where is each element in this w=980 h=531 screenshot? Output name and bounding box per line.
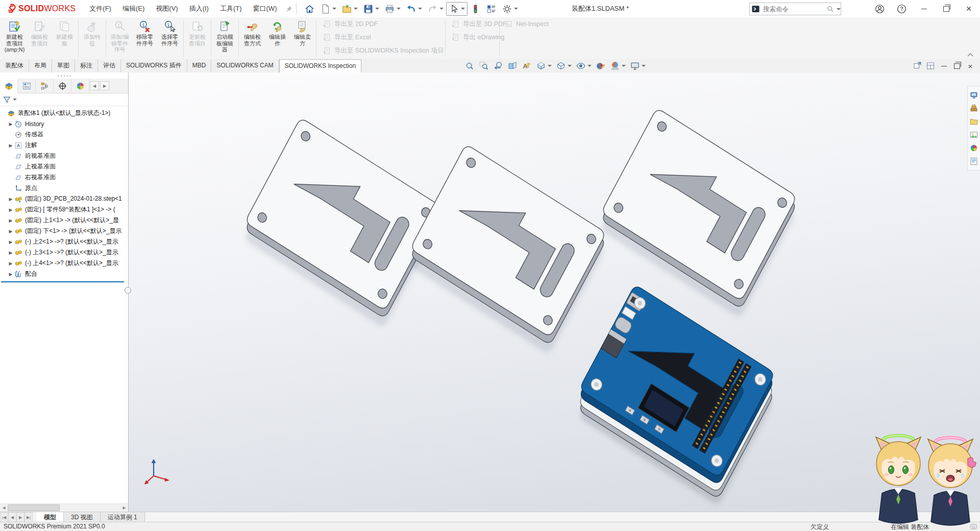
tree-item[interactable]: ▶A注解: [0, 140, 128, 151]
panel-splitter-handle[interactable]: [125, 287, 131, 294]
tab-solidworks-cam[interactable]: SOLIDWORKS CAM: [211, 59, 279, 73]
select-cursor-caret[interactable]: [461, 8, 465, 10]
options-gear-caret[interactable]: [514, 8, 518, 10]
file-properties-button[interactable]: [483, 2, 499, 16]
view-settings-caret[interactable]: [642, 65, 646, 67]
search-input[interactable]: [762, 5, 826, 13]
account-icon[interactable]: [874, 4, 885, 14]
home-button[interactable]: [302, 2, 317, 16]
view-orientation-caret[interactable]: [548, 65, 552, 67]
expand-arrow-icon[interactable]: ▶: [7, 122, 14, 127]
new-file-button[interactable]: [317, 2, 339, 16]
tab-mbd[interactable]: MBD: [187, 59, 212, 73]
expand-arrow-icon[interactable]: ▶: [7, 229, 14, 234]
hide-annotations-button[interactable]: A: [522, 61, 532, 71]
display-style-caret[interactable]: [568, 65, 572, 67]
tab-solidworks-inspection[interactable]: SOLIDWORKS Inspection: [279, 59, 361, 73]
ribbon-button-0[interactable]: 新建检查项目(amp;N): [2, 18, 27, 58]
ribbon-button-6[interactable]: 1选择零件序号: [157, 18, 182, 58]
edit-appearance-button[interactable]: [596, 61, 606, 71]
quick-tips-icon[interactable]: [970, 523, 977, 530]
display-style-button[interactable]: [556, 61, 572, 71]
expand-arrow-icon[interactable]: ▶: [7, 207, 14, 212]
redo-caret[interactable]: [439, 8, 444, 10]
panel-tabs-scroll-right-icon[interactable]: ▶: [100, 81, 109, 90]
tree-item[interactable]: 传感器: [0, 129, 128, 140]
custom-properties-tab[interactable]: [969, 155, 978, 168]
tab-草图[interactable]: 草图: [52, 59, 75, 73]
open-file-caret[interactable]: [354, 8, 358, 10]
view-palette-tab[interactable]: [969, 128, 978, 141]
doc-minimize-button[interactable]: [937, 60, 950, 72]
menu-4[interactable]: 工具(T): [214, 0, 248, 17]
help-icon[interactable]: ?: [896, 4, 907, 14]
menu-0[interactable]: 文件(F): [84, 0, 117, 17]
view-orientation-button[interactable]: [536, 61, 552, 71]
menu-1[interactable]: 编辑(E): [117, 0, 150, 17]
ribbon-button-9[interactable]: 编辑检查方式: [240, 18, 265, 58]
tile-windows-icon[interactable]: [926, 61, 935, 70]
command-search[interactable]: [749, 3, 841, 15]
tree-item[interactable]: ▶(固定) 上1<1> -> (默认<<默认>_显: [0, 215, 128, 226]
file-explorer-tab[interactable]: [969, 115, 978, 128]
search-options-caret[interactable]: [837, 8, 841, 10]
menu-3[interactable]: 插入(I): [184, 0, 214, 17]
expand-arrow-icon[interactable]: ▶: [7, 261, 14, 266]
ribbon-button-5[interactable]: 1移除零件序号: [132, 18, 157, 58]
resources-tab[interactable]: [969, 88, 978, 102]
propmgr-tab[interactable]: [18, 79, 36, 93]
tab-nav-next-icon[interactable]: ▶: [16, 512, 24, 522]
tab-标注[interactable]: 标注: [75, 59, 98, 73]
print-button[interactable]: [382, 2, 403, 16]
tab-nav-first-icon[interactable]: |◀: [0, 512, 8, 522]
tab-装配体[interactable]: 装配体: [0, 59, 29, 73]
model-tab-0[interactable]: 模型: [37, 512, 64, 522]
expand-arrow-icon[interactable]: ▶: [7, 143, 14, 148]
tree-item[interactable]: ▶(固定) 3D_PCB_2024-01-28.step<1: [0, 194, 128, 204]
featmgr-tab[interactable]: [0, 79, 18, 93]
panel-horizontal-scrollbar[interactable]: ◀ ▶: [0, 503, 128, 512]
tree-item[interactable]: 上视基准面: [0, 161, 128, 172]
design-library-tab[interactable]: [969, 102, 978, 115]
print-caret[interactable]: [397, 8, 401, 10]
ribbon-collapse-icon[interactable]: [967, 52, 974, 57]
panel-drag-handle[interactable]: [0, 73, 128, 79]
ribbon-button-8[interactable]: 启动模板编辑器: [212, 18, 237, 58]
open-file-button[interactable]: [339, 2, 360, 16]
scroll-left-icon[interactable]: ◀: [0, 504, 8, 512]
doc-close-button[interactable]: ×: [964, 60, 977, 72]
hide-items-caret[interactable]: [587, 65, 592, 67]
section-view-button[interactable]: [507, 61, 518, 71]
tree-item[interactable]: 右视基准面: [0, 172, 128, 183]
tree-item[interactable]: ▶(-) 上2<1> ->? (默认<<默认>_显示: [0, 236, 128, 247]
dispmgr-tab[interactable]: [71, 79, 89, 93]
tab-solidworks-插件[interactable]: SOLIDWORKS 插件: [121, 59, 187, 73]
search-icon[interactable]: [826, 5, 834, 13]
undo-caret[interactable]: [418, 8, 422, 10]
doc-restore-button[interactable]: [950, 60, 964, 72]
model-tab-1[interactable]: 3D 视图: [64, 512, 101, 522]
tree-item[interactable]: ▶(-) 上3<1> ->? (默认<<默认>_显示: [0, 247, 128, 258]
expand-arrow-icon[interactable]: ▶: [7, 197, 14, 202]
close-button[interactable]: ×: [958, 0, 980, 17]
previous-view-button[interactable]: [493, 61, 503, 71]
new-window-icon[interactable]: [913, 61, 922, 70]
expand-arrow-icon[interactable]: ▶: [7, 239, 14, 245]
tree-item[interactable]: 前视基准面: [0, 151, 128, 161]
new-file-caret[interactable]: [332, 8, 336, 10]
pin-icon[interactable]: [284, 5, 293, 13]
tree-item[interactable]: ▶(-) 上4<1> ->? (默认<<默认>_显示: [0, 258, 128, 269]
scroll-right-icon[interactable]: ▶: [120, 504, 128, 512]
tree-item[interactable]: ▶(固定) 下<1> -> (默认<<默认>_显示: [0, 226, 128, 236]
tree-item[interactable]: ▶配合: [0, 269, 128, 279]
view-settings-button[interactable]: [630, 61, 646, 71]
apply-scene-caret[interactable]: [622, 65, 626, 67]
options-gear-button[interactable]: [499, 2, 521, 16]
model-tab-2[interactable]: 运动算例 1: [101, 512, 145, 522]
graphics-viewport[interactable]: [129, 73, 980, 512]
expand-arrow-icon[interactable]: ▶: [7, 272, 14, 277]
tab-布局[interactable]: 布局: [29, 59, 52, 73]
save-button[interactable]: [360, 2, 382, 16]
appearances-tab[interactable]: [969, 141, 978, 155]
expand-arrow-icon[interactable]: ▶: [7, 250, 14, 255]
